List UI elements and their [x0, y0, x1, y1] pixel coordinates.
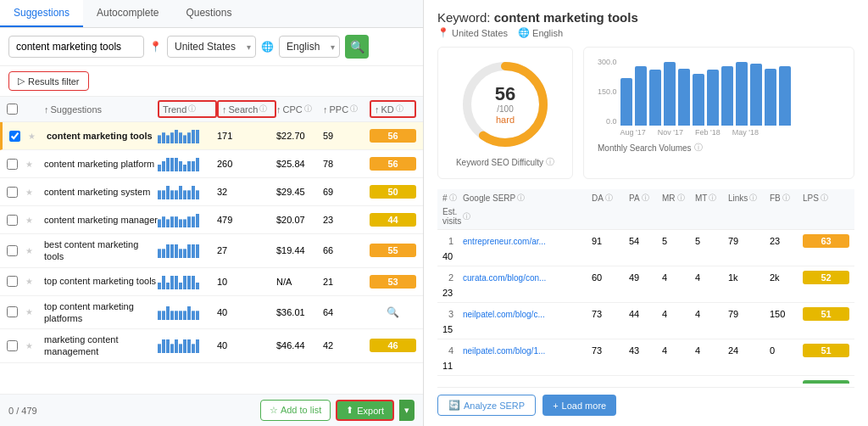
serp-col-header[interactable]: PAⓘ	[629, 193, 659, 204]
bar-x-labels: Aug '17Nov '17Feb '18May '18	[620, 128, 840, 137]
svg-rect-78	[192, 345, 195, 354]
serp-col-header[interactable]: FBⓘ	[770, 193, 799, 204]
cpc-value: N/A	[276, 277, 323, 287]
table-row[interactable]: ★ best content marketing tools 27 $19.44…	[0, 234, 423, 268]
export-dropdown-button[interactable]: ▾	[399, 400, 415, 421]
svg-rect-24	[175, 190, 178, 199]
keyword-meta: 📍 United States 🌐 English	[437, 27, 854, 38]
svg-rect-28	[192, 186, 195, 199]
svg-rect-14	[175, 158, 178, 171]
load-more-button[interactable]: + Load more	[542, 395, 616, 416]
serp-col-label: PA	[629, 193, 640, 203]
svg-rect-70	[158, 345, 161, 354]
action-buttons: ☆ Add to list ⬆ Export ▾	[260, 400, 415, 421]
serp-col-label: FB	[770, 193, 781, 203]
svg-rect-11	[162, 161, 165, 171]
search-button[interactable]: 🔍	[345, 35, 369, 59]
svg-rect-38	[192, 216, 195, 227]
select-all-checkbox[interactable]	[7, 104, 18, 115]
serp-col-header[interactable]: DAⓘ	[592, 193, 626, 204]
serp-col-header[interactable]: Google SERPⓘ	[463, 193, 588, 204]
serp-col-header[interactable]: MRⓘ	[662, 193, 692, 204]
tab-questions[interactable]: Questions	[172, 0, 245, 27]
svg-rect-49	[196, 244, 199, 258]
serp-col-label: Est. visits	[442, 207, 461, 226]
star-icon[interactable]: ★	[25, 160, 44, 169]
table-row[interactable]: ★ content marketing tools 171 $22.70 59 …	[0, 122, 423, 150]
add-to-list-button[interactable]: ☆ Add to list	[260, 400, 331, 421]
ppc-value: 78	[323, 159, 370, 169]
table-row[interactable]: ★ top content marketing tools 10 N/A 21 …	[0, 268, 423, 296]
serp-col-header[interactable]: Linksⓘ	[728, 193, 766, 204]
serp-col-header[interactable]: Est. visitsⓘ	[442, 207, 459, 226]
serp-url[interactable]: neilpatel.com/blog/c...	[463, 310, 588, 319]
serp-rank: 1	[442, 236, 459, 246]
bar-x-label: Feb '18	[695, 128, 721, 137]
lps-badge: 60	[803, 380, 849, 384]
table-header: ↑ Suggestions Trend ⓘ ↑ Search ⓘ ↑ CPC ⓘ…	[0, 97, 423, 122]
serp-url[interactable]: curata.com/blog/con...	[463, 273, 588, 283]
search-icon: 🔍	[370, 306, 416, 318]
row-checkbox[interactable]	[7, 245, 18, 256]
svg-rect-16	[183, 165, 186, 171]
keyword-name: content marketing system	[44, 186, 158, 198]
table-row[interactable]: ★ content marketing platform 260 $25.84 …	[0, 150, 423, 178]
language-select[interactable]: English	[279, 36, 340, 58]
tab-suggestions[interactable]: Suggestions	[0, 0, 83, 27]
search-volume: 40	[217, 340, 276, 350]
svg-rect-0	[158, 135, 161, 143]
bar-chart-area: Aug '17Nov '17Feb '18May '18	[620, 58, 840, 137]
info-icon: ⓘ	[463, 211, 470, 222]
search-volume: 479	[217, 215, 276, 225]
col-kd[interactable]: ↑ KD ⓘ	[370, 100, 416, 118]
col-suggestions[interactable]: ↑ Suggestions	[44, 104, 158, 115]
fb-value: 2k	[770, 272, 799, 283]
row-checkbox[interactable]	[7, 276, 18, 287]
row-checkbox[interactable]	[7, 215, 18, 226]
star-icon[interactable]: ★	[25, 188, 44, 197]
col-search[interactable]: ↑ Search ⓘ	[217, 100, 276, 118]
bar	[693, 74, 704, 126]
serp-col-header[interactable]: #ⓘ	[442, 193, 459, 204]
svg-rect-52	[166, 283, 170, 289]
row-checkbox[interactable]	[9, 131, 20, 142]
serp-row: 3 neilpatel.com/blog/c... 73 44 4 4 79 1…	[437, 303, 854, 339]
lps-badge: 63	[803, 234, 849, 248]
star-icon[interactable]: ★	[25, 246, 44, 255]
table-row[interactable]: ★ content marketing system 32 $29.45 69 …	[0, 178, 423, 206]
star-icon[interactable]: ★	[25, 216, 44, 225]
svg-rect-72	[166, 339, 170, 353]
search-input[interactable]	[8, 36, 144, 58]
row-checkbox[interactable]	[7, 306, 18, 317]
table-row[interactable]: ★ content marketing manager 479 $20.07 2…	[0, 206, 423, 234]
svg-rect-66	[183, 311, 186, 320]
serp-col-header[interactable]: MTⓘ	[695, 193, 725, 204]
results-filter-button[interactable]: ▷ Results filter	[8, 71, 89, 91]
bottom-bar: 0 / 479 ☆ Add to list ⬆ Export ▾	[0, 394, 423, 426]
star-icon[interactable]: ★	[25, 341, 44, 350]
star-icon[interactable]: ★	[25, 307, 44, 317]
star-icon[interactable]: ★	[28, 132, 47, 141]
row-checkbox[interactable]	[7, 340, 18, 351]
col-ppc[interactable]: ↑ PPC ⓘ	[323, 104, 370, 115]
star-icon[interactable]: ★	[25, 277, 44, 286]
serp-url[interactable]: entrepreneur.com/ar...	[463, 237, 588, 246]
info-icon: ⓘ	[517, 193, 525, 204]
kd-badge: 56	[370, 157, 416, 171]
export-button[interactable]: ⬆ Export	[336, 400, 394, 421]
bars-container	[620, 58, 840, 126]
location-select[interactable]: United States	[167, 36, 256, 58]
svg-rect-21	[162, 190, 165, 199]
row-checkbox[interactable]	[7, 187, 18, 198]
row-checkbox[interactable]	[7, 159, 18, 170]
serp-url[interactable]: neilpatel.com/blog/1...	[463, 346, 588, 356]
col-trend[interactable]: Trend ⓘ	[158, 100, 217, 118]
table-row[interactable]: ★ top content marketing platforms 40 $36…	[0, 296, 423, 330]
ppc-value: 23	[323, 215, 370, 225]
table-row[interactable]: ★ marketing content management 40 $46.44…	[0, 329, 423, 363]
tab-autocomplete[interactable]: Autocomplete	[83, 0, 172, 27]
serp-url[interactable]: blog.kissmetrics.co...	[463, 383, 588, 384]
col-cpc[interactable]: ↑ CPC ⓘ	[276, 104, 323, 115]
serp-col-header[interactable]: LPSⓘ	[803, 193, 849, 204]
analyze-serp-button[interactable]: 🔄 Analyze SERP	[437, 395, 536, 416]
